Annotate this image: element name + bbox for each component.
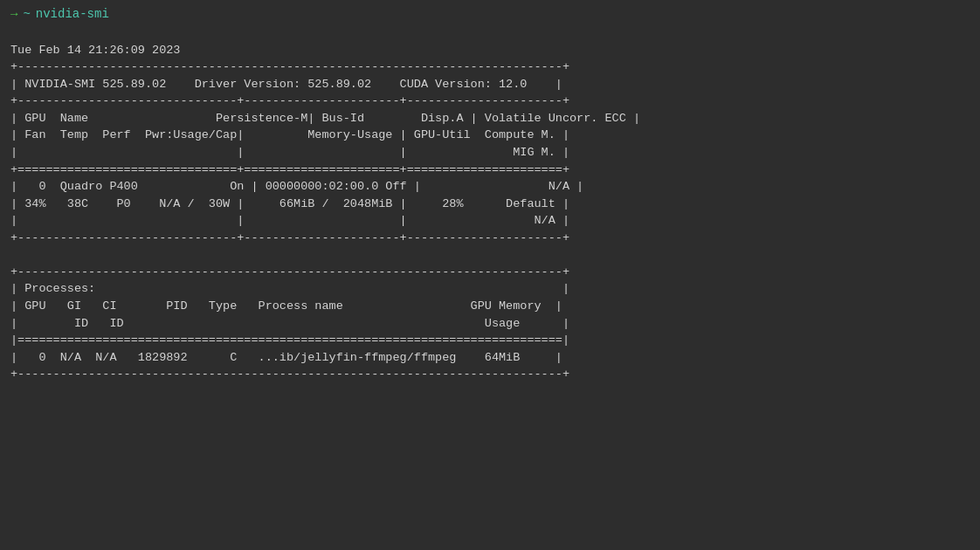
nvidia-smi-output: Tue Feb 14 21:26:09 2023 +--------------… xyxy=(10,24,970,383)
prompt-line: → ~ nvidia-smi xyxy=(10,7,970,21)
terminal-window: → ~ nvidia-smi Tue Feb 14 21:26:09 2023 … xyxy=(10,7,970,543)
prompt-arrow: → xyxy=(10,7,17,21)
timestamp: Tue Feb 14 21:26:09 2023 xyxy=(10,44,180,57)
prompt-tilde: ~ xyxy=(23,7,30,21)
prompt-command: nvidia-smi xyxy=(36,7,109,21)
